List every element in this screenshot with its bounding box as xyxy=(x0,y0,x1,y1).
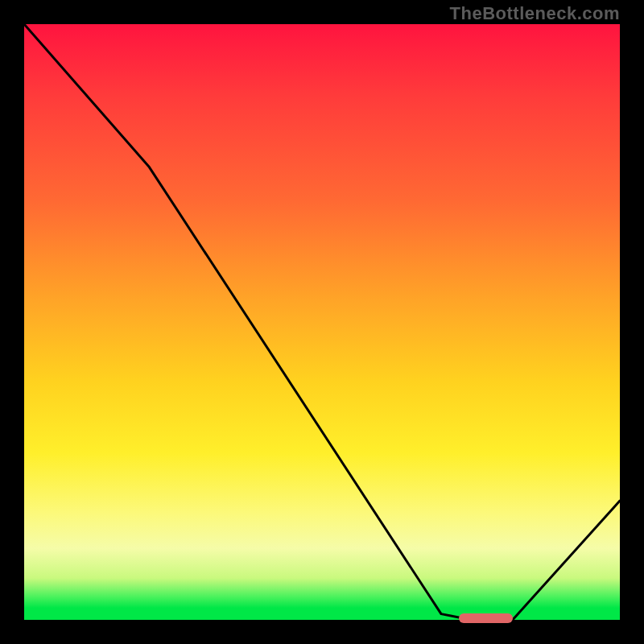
optimal-range-marker xyxy=(459,613,513,623)
bottleneck-curve xyxy=(24,24,620,620)
plot-area xyxy=(24,24,620,620)
chart-frame: TheBottleneck.com xyxy=(0,0,644,644)
watermark-text: TheBottleneck.com xyxy=(450,3,620,24)
